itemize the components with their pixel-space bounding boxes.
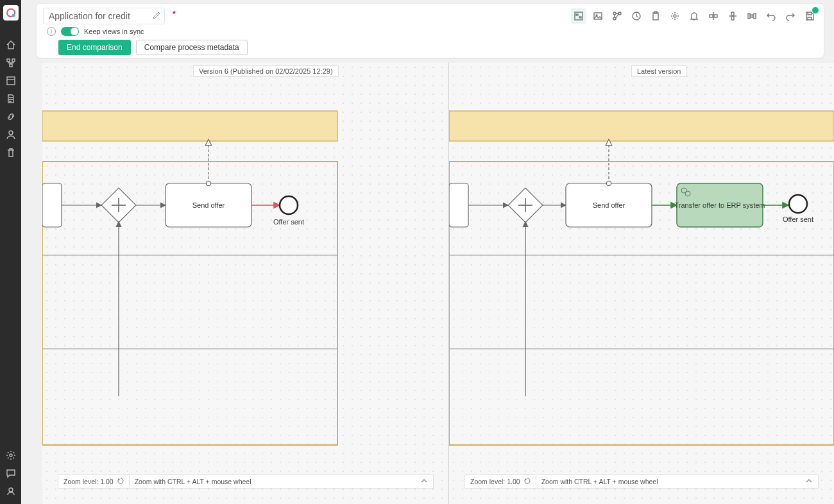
clipped-task[interactable] bbox=[42, 183, 62, 227]
branch-button[interactable] bbox=[609, 8, 625, 24]
svg-rect-23 bbox=[731, 12, 734, 15]
left-version-badge: Version 6 (Published on 02/02/2025 12:29… bbox=[193, 65, 339, 77]
process-title: Application for credit bbox=[49, 11, 130, 21]
save-button[interactable] bbox=[802, 8, 817, 24]
main-area: Application for credit * bbox=[21, 0, 834, 504]
svg-point-1 bbox=[12, 14, 15, 17]
top-pool[interactable] bbox=[42, 111, 337, 141]
end-comparison-button[interactable]: End comparison bbox=[58, 40, 131, 55]
edit-title-icon[interactable] bbox=[153, 11, 160, 21]
document-icon[interactable] bbox=[0, 90, 21, 108]
svg-rect-10 bbox=[576, 14, 578, 15]
svg-rect-4 bbox=[10, 64, 12, 67]
sync-label: Keep views in sync bbox=[84, 28, 144, 35]
end-event[interactable] bbox=[789, 195, 807, 213]
svg-rect-21 bbox=[710, 15, 713, 17]
home-icon[interactable] bbox=[0, 36, 21, 54]
task-send-offer-label: Send offer bbox=[593, 201, 626, 209]
svg-rect-25 bbox=[748, 13, 750, 19]
settings-icon[interactable] bbox=[0, 446, 21, 464]
right-zoom-level: Zoom level: 1.00 bbox=[470, 478, 520, 485]
gateway[interactable] bbox=[101, 188, 136, 223]
chat-icon[interactable] bbox=[0, 464, 21, 482]
info-icon[interactable]: i bbox=[47, 27, 56, 36]
header-card: Application for credit * bbox=[37, 4, 824, 58]
compare-metadata-button[interactable]: Compare process metadata bbox=[136, 40, 248, 55]
svg-point-7 bbox=[10, 454, 12, 457]
right-version-badge: Latest version bbox=[631, 65, 686, 77]
left-zoom-level: Zoom level: 1.00 bbox=[64, 478, 114, 485]
image-button[interactable] bbox=[590, 8, 606, 24]
svg-rect-26 bbox=[754, 13, 756, 19]
svg-rect-24 bbox=[731, 17, 734, 20]
left-zoom-expand-icon[interactable] bbox=[415, 477, 433, 486]
svg-point-14 bbox=[613, 12, 616, 15]
right-zoom-hint: Zoom with CTRL + ALT + mouse wheel bbox=[541, 478, 658, 485]
clipped-task[interactable] bbox=[449, 183, 468, 227]
redo-button[interactable] bbox=[783, 8, 798, 24]
svg-rect-3 bbox=[12, 59, 15, 62]
svg-rect-9 bbox=[575, 12, 583, 20]
trash-icon[interactable] bbox=[0, 144, 21, 162]
svg-rect-12 bbox=[594, 13, 602, 19]
gateway[interactable] bbox=[508, 188, 543, 223]
user-icon[interactable] bbox=[0, 482, 21, 500]
left-zoom-bar: Zoom level: 1.00 Zoom with CTRL + ALT + … bbox=[58, 475, 434, 489]
person-icon[interactable] bbox=[0, 126, 21, 144]
process-title-input[interactable]: Application for credit bbox=[43, 8, 165, 24]
align-v-button[interactable] bbox=[725, 8, 740, 24]
svg-rect-11 bbox=[579, 17, 581, 18]
align-h-button[interactable] bbox=[706, 8, 721, 24]
left-pane: Version 6 (Published on 02/02/2025 12:29… bbox=[42, 63, 449, 504]
bell-button[interactable] bbox=[686, 8, 702, 24]
right-pane: Latest version bbox=[449, 63, 834, 504]
gear-button[interactable] bbox=[667, 8, 683, 24]
svg-point-6 bbox=[9, 131, 13, 135]
right-diagram[interactable]: Send offer Transfer offer to ERP system … bbox=[449, 63, 834, 485]
right-zoom-expand-icon[interactable] bbox=[800, 477, 818, 486]
clock-button[interactable] bbox=[629, 8, 644, 24]
diagram-view-button[interactable] bbox=[571, 8, 586, 24]
svg-rect-27 bbox=[751, 15, 753, 17]
end-event-label: Offer sent bbox=[783, 215, 813, 223]
svg-point-8 bbox=[9, 488, 13, 492]
app-logo[interactable] bbox=[3, 5, 19, 21]
reset-zoom-icon[interactable] bbox=[524, 478, 531, 485]
link-icon[interactable] bbox=[0, 108, 21, 126]
left-diagram[interactable]: Send offer Offer sent bbox=[42, 63, 449, 485]
unsaved-indicator: * bbox=[173, 10, 176, 19]
left-zoom-hint: Zoom with CTRL + ALT + mouse wheel bbox=[135, 478, 251, 485]
sync-toggle[interactable] bbox=[61, 27, 79, 36]
end-event-label: Offer sent bbox=[273, 218, 304, 226]
top-pool[interactable] bbox=[449, 111, 834, 141]
task-transfer-label: Transfer offer to ERP system bbox=[674, 201, 765, 209]
undo-button[interactable] bbox=[763, 8, 779, 24]
clipboard-button[interactable] bbox=[648, 8, 663, 24]
svg-point-20 bbox=[674, 15, 676, 17]
task-send-offer-label: Send offer bbox=[192, 201, 225, 209]
toolbar bbox=[571, 8, 817, 24]
end-event[interactable] bbox=[280, 196, 298, 214]
distribute-button[interactable] bbox=[744, 8, 760, 24]
dashboard-icon[interactable] bbox=[0, 72, 21, 90]
left-nav bbox=[0, 0, 21, 504]
svg-rect-22 bbox=[714, 15, 717, 17]
right-zoom-bar: Zoom level: 1.00 Zoom with CTRL + ALT + … bbox=[464, 475, 819, 489]
svg-rect-2 bbox=[7, 59, 10, 62]
svg-rect-5 bbox=[7, 77, 15, 85]
reset-zoom-icon[interactable] bbox=[117, 478, 124, 485]
processes-icon[interactable] bbox=[0, 54, 21, 72]
